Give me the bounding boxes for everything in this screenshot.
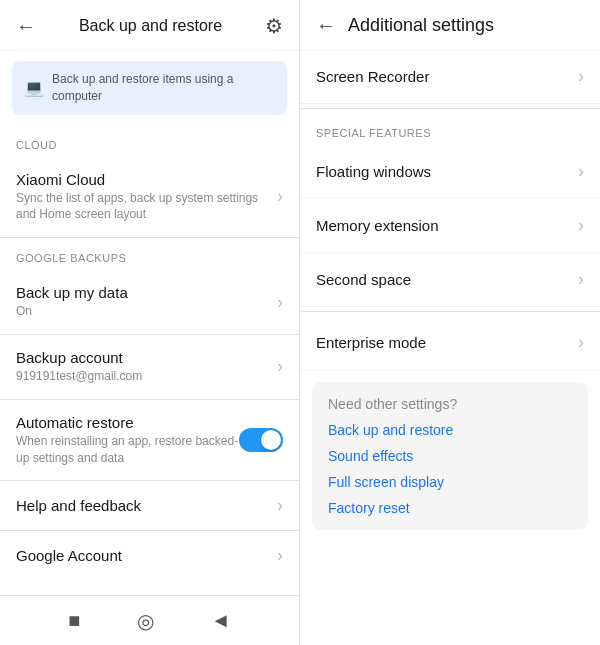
backup-my-data-item[interactable]: Back up my data On › [0,270,299,334]
screen-recorder-item[interactable]: Screen Recorder › [300,50,600,104]
right-panel: ← Additional settings Screen Recorder › … [300,0,600,645]
auto-restore-content: Automatic restore When reinstalling an a… [16,414,239,467]
right-divider-1 [300,108,600,109]
google-account-title: Google Account [16,547,277,564]
second-space-title: Second space [316,271,411,288]
info-banner: 💻 Back up and restore items using a comp… [12,61,287,115]
back-nav-icon[interactable]: ◄ [211,609,231,632]
right-panel-title: Additional settings [348,15,494,36]
auto-restore-toggle[interactable] [239,428,283,452]
backup-my-data-chevron: › [277,292,283,313]
memory-extension-item[interactable]: Memory extension › [300,199,600,253]
toggle-switch[interactable] [239,428,283,452]
left-panel-title: Back up and restore [36,17,265,35]
enterprise-mode-chevron: › [578,332,584,353]
screen-recorder-chevron: › [578,66,584,87]
circle-nav-icon[interactable]: ◎ [137,609,154,633]
suggestions-card: Need other settings? Back up and restore… [312,382,588,530]
auto-restore-title: Automatic restore [16,414,239,431]
right-header: ← Additional settings [300,0,600,50]
second-space-item[interactable]: Second space › [300,253,600,307]
backup-account-title: Backup account [16,349,277,366]
banner-text: Back up and restore items using a comput… [52,71,275,105]
google-backups-label: GOOGLE BACKUPS [0,238,299,270]
special-features-label: SPECIAL FEATURES [300,113,600,145]
xiaomi-cloud-title: Xiaomi Cloud [16,171,277,188]
left-panel: ← Back up and restore ⚙ 💻 Back up and re… [0,0,300,645]
left-content: CLOUD Xiaomi Cloud Sync the list of apps… [0,125,299,595]
floating-windows-chevron: › [578,161,584,182]
suggestion-sound-effects[interactable]: Sound effects [328,448,572,464]
backup-my-data-title: Back up my data [16,284,277,301]
memory-extension-chevron: › [578,215,584,236]
right-content: Screen Recorder › SPECIAL FEATURES Float… [300,50,600,645]
back-arrow-right[interactable]: ← [316,14,336,37]
square-nav-icon[interactable]: ■ [68,609,80,632]
auto-restore-subtitle: When reinstalling an app, restore backed… [16,433,239,467]
xiaomi-cloud-chevron: › [277,186,283,207]
google-account-item[interactable]: Google Account › [0,531,299,580]
bottom-nav: ■ ◎ ◄ [0,595,299,645]
backup-account-email: 919191test@gmail.com [16,368,277,385]
gear-icon[interactable]: ⚙ [265,14,283,38]
backup-account-item[interactable]: Backup account 919191test@gmail.com › [0,335,299,399]
backup-my-data-status: On [16,303,277,320]
suggestion-factory-reset[interactable]: Factory reset [328,500,572,516]
backup-account-content: Backup account 919191test@gmail.com [16,349,277,385]
google-account-content: Google Account [16,547,277,564]
xiaomi-cloud-content: Xiaomi Cloud Sync the list of apps, back… [16,171,277,224]
computer-icon: 💻 [24,78,44,97]
suggestion-fullscreen[interactable]: Full screen display [328,474,572,490]
xiaomi-cloud-subtitle: Sync the list of apps, back up system se… [16,190,277,224]
screen-recorder-title: Screen Recorder [316,68,429,85]
backup-my-data-content: Back up my data On [16,284,277,320]
enterprise-mode-title: Enterprise mode [316,334,426,351]
xiaomi-cloud-item[interactable]: Xiaomi Cloud Sync the list of apps, back… [0,157,299,238]
enterprise-mode-item[interactable]: Enterprise mode › [300,316,600,370]
back-arrow-left[interactable]: ← [16,15,36,38]
auto-restore-item[interactable]: Automatic restore When reinstalling an a… [0,400,299,481]
right-divider-2 [300,311,600,312]
left-header: ← Back up and restore ⚙ [0,0,299,51]
help-feedback-content: Help and feedback [16,497,277,514]
memory-extension-title: Memory extension [316,217,439,234]
help-feedback-item[interactable]: Help and feedback › [0,481,299,530]
suggestions-heading: Need other settings? [328,396,572,412]
help-feedback-chevron: › [277,495,283,516]
backup-account-chevron: › [277,356,283,377]
cloud-section-label: CLOUD [0,125,299,157]
help-feedback-title: Help and feedback [16,497,277,514]
floating-windows-title: Floating windows [316,163,431,180]
floating-windows-item[interactable]: Floating windows › [300,145,600,199]
google-account-chevron: › [277,545,283,566]
suggestion-backup-restore[interactable]: Back up and restore [328,422,572,438]
second-space-chevron: › [578,269,584,290]
